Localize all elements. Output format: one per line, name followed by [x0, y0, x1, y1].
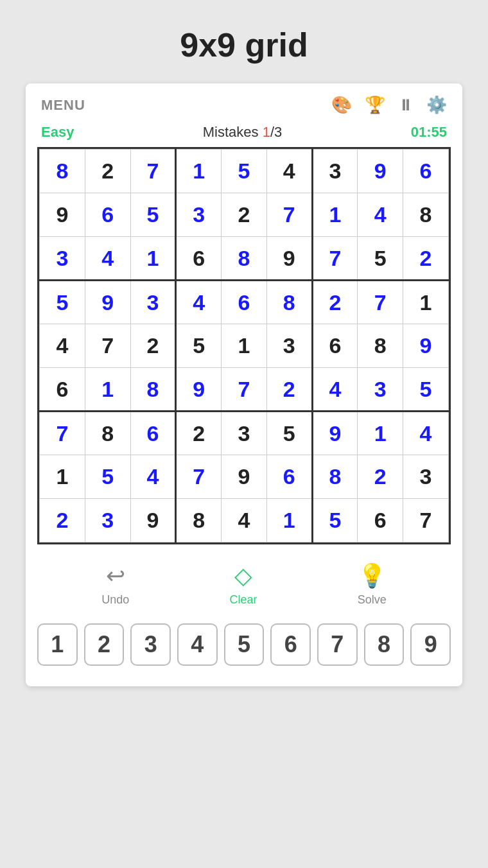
number-button-4[interactable]: 4 — [177, 623, 218, 666]
number-bar: 123456789 — [26, 613, 462, 671]
table-row[interactable]: 5 — [176, 324, 222, 368]
table-row[interactable]: 7 — [176, 455, 222, 499]
table-row[interactable]: 1 — [358, 412, 403, 455]
table-row[interactable]: 9 — [358, 150, 403, 193]
table-row[interactable]: 7 — [266, 193, 312, 237]
table-row[interactable]: 2 — [222, 193, 267, 237]
table-row[interactable]: 2 — [85, 150, 130, 193]
table-row[interactable]: 7 — [85, 324, 130, 368]
table-row[interactable]: 9 — [40, 193, 85, 237]
table-row[interactable]: 5 — [130, 193, 176, 237]
table-row[interactable]: 2 — [312, 281, 358, 324]
table-row[interactable]: 4 — [85, 237, 130, 281]
table-row[interactable]: 2 — [403, 237, 449, 281]
number-button-6[interactable]: 6 — [270, 623, 311, 666]
table-row[interactable]: 3 — [312, 150, 358, 193]
table-row[interactable]: 5 — [85, 455, 130, 499]
table-row[interactable]: 8 — [222, 237, 267, 281]
table-row[interactable]: 1 — [85, 368, 130, 412]
table-row[interactable]: 1 — [312, 193, 358, 237]
table-row[interactable]: 2 — [266, 368, 312, 412]
palette-icon[interactable]: 🎨 — [331, 95, 352, 115]
table-row[interactable]: 2 — [358, 455, 403, 499]
table-row[interactable]: 1 — [403, 281, 449, 324]
table-row[interactable]: 3 — [40, 237, 85, 281]
number-button-1[interactable]: 1 — [37, 623, 78, 666]
clear-button[interactable]: ◇ Clear — [229, 562, 257, 607]
table-row[interactable]: 4 — [266, 150, 312, 193]
table-row[interactable]: 5 — [40, 281, 85, 324]
table-row[interactable]: 5 — [358, 237, 403, 281]
table-row[interactable]: 5 — [222, 150, 267, 193]
undo-label: Undo — [101, 593, 129, 607]
number-button-3[interactable]: 3 — [130, 623, 171, 666]
number-button-5[interactable]: 5 — [224, 623, 265, 666]
table-row[interactable]: 1 — [176, 150, 222, 193]
number-button-9[interactable]: 9 — [410, 623, 451, 666]
menu-label[interactable]: MENU — [41, 97, 85, 114]
table-row[interactable]: 7 — [312, 237, 358, 281]
table-row[interactable]: 6 — [130, 412, 176, 455]
table-row[interactable]: 5 — [266, 412, 312, 455]
table-row[interactable]: 5 — [403, 368, 449, 412]
table-row[interactable]: 6 — [266, 455, 312, 499]
table-row[interactable]: 1 — [40, 455, 85, 499]
table-row[interactable]: 6 — [403, 150, 449, 193]
table-row[interactable]: 8 — [85, 412, 130, 455]
table-row[interactable]: 4 — [358, 193, 403, 237]
table-row[interactable]: 6 — [176, 237, 222, 281]
table-row[interactable]: 3 — [130, 281, 176, 324]
table-row[interactable]: 8 — [130, 368, 176, 412]
table-row[interactable]: 2 — [176, 412, 222, 455]
table-row[interactable]: 7 — [222, 368, 267, 412]
table-row[interactable]: 3 — [85, 499, 130, 542]
table-row[interactable]: 2 — [130, 324, 176, 368]
table-row[interactable]: 8 — [403, 193, 449, 237]
table-row[interactable]: 4 — [403, 412, 449, 455]
number-button-7[interactable]: 7 — [317, 623, 358, 666]
undo-button[interactable]: ↩ Undo — [101, 562, 129, 607]
table-row[interactable]: 4 — [312, 368, 358, 412]
table-row[interactable]: 3 — [266, 324, 312, 368]
table-row[interactable]: 8 — [176, 499, 222, 542]
settings-icon[interactable]: ⚙️ — [426, 95, 447, 115]
table-row[interactable]: 7 — [40, 412, 85, 455]
solve-button[interactable]: 💡 Solve — [358, 562, 387, 607]
table-row[interactable]: 6 — [312, 324, 358, 368]
table-row[interactable]: 3 — [176, 193, 222, 237]
table-row[interactable]: 8 — [266, 281, 312, 324]
table-row[interactable]: 4 — [130, 455, 176, 499]
table-row[interactable]: 3 — [403, 455, 449, 499]
number-button-8[interactable]: 8 — [364, 623, 405, 666]
table-row[interactable]: 3 — [358, 368, 403, 412]
trophy-icon[interactable]: 🏆 — [365, 95, 385, 115]
table-row[interactable]: 7 — [130, 150, 176, 193]
table-row[interactable]: 4 — [176, 281, 222, 324]
pause-icon[interactable]: ⏸ — [398, 96, 414, 114]
table-row[interactable]: 9 — [85, 281, 130, 324]
table-row[interactable]: 5 — [312, 499, 358, 542]
table-row[interactable]: 8 — [312, 455, 358, 499]
table-row[interactable]: 4 — [40, 324, 85, 368]
table-row[interactable]: 1 — [222, 324, 267, 368]
table-row[interactable]: 9 — [312, 412, 358, 455]
table-row[interactable]: 9 — [403, 324, 449, 368]
number-button-2[interactable]: 2 — [84, 623, 125, 666]
table-row[interactable]: 1 — [130, 237, 176, 281]
table-row[interactable]: 6 — [222, 281, 267, 324]
table-row[interactable]: 7 — [403, 499, 449, 542]
table-row[interactable]: 6 — [358, 499, 403, 542]
table-row[interactable]: 9 — [266, 237, 312, 281]
table-row[interactable]: 8 — [358, 324, 403, 368]
table-row[interactable]: 7 — [358, 281, 403, 324]
table-row[interactable]: 6 — [85, 193, 130, 237]
table-row[interactable]: 9 — [130, 499, 176, 542]
table-row[interactable]: 4 — [222, 499, 267, 542]
table-row[interactable]: 8 — [40, 150, 85, 193]
table-row[interactable]: 2 — [40, 499, 85, 542]
table-row[interactable]: 9 — [222, 455, 267, 499]
table-row[interactable]: 3 — [222, 412, 267, 455]
table-row[interactable]: 1 — [266, 499, 312, 542]
table-row[interactable]: 6 — [40, 368, 85, 412]
table-row[interactable]: 9 — [176, 368, 222, 412]
